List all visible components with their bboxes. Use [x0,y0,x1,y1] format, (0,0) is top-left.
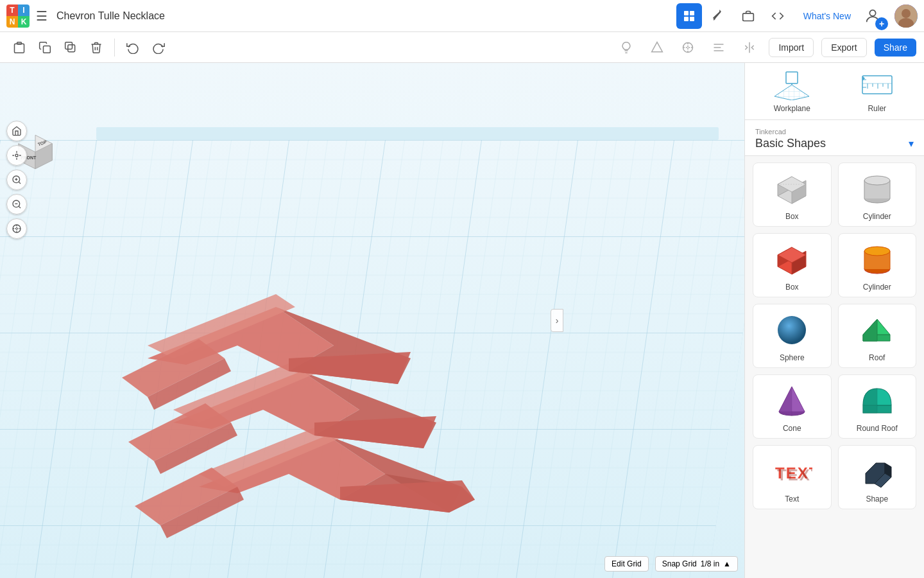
viewport[interactable]: TOP FRONT [0,63,744,578]
zoom-out-button[interactable] [6,194,27,215]
text-red-icon: TEXT TEXT [769,452,814,491]
duplicate-icon [64,41,77,54]
project-title[interactable]: Chevron Tulle Necklace [56,10,670,22]
align-btn[interactable] [707,36,730,59]
nav-right: What's New + [676,3,918,29]
app-logo[interactable]: T I N K [6,4,30,28]
snap-grid-control[interactable]: Snap Grid 1/8 in ▲ [655,556,738,572]
paste-button[interactable] [8,36,31,59]
box-red-label: Box [785,283,799,292]
menu-icon[interactable]: ☰ [36,8,47,24]
svg-marker-94 [863,319,877,341]
workplane-icon [773,69,811,101]
polygon-select-icon [651,41,663,54]
zoom-in-button[interactable] [6,170,27,190]
mirror-btn[interactable] [738,36,761,59]
workplane-tool[interactable]: Workplane [753,69,832,113]
align-icon [712,41,725,54]
viewport-grid [0,63,744,578]
user-avatar[interactable] [894,4,918,28]
copy-icon [38,41,51,54]
box-red-icon [769,240,814,279]
shape-item-box-red[interactable]: Box [753,233,832,297]
round-roof-teal-icon [855,381,900,420]
shape-item-cylinder-orange[interactable]: Cylinder [838,233,917,297]
svg-point-5 [869,10,875,15]
svg-rect-25 [96,127,719,140]
round-roof-teal-label: Round Roof [857,424,898,433]
user-area[interactable]: + [864,4,918,28]
copy-button[interactable] [33,36,56,59]
shape-dark-label: Shape [866,495,888,504]
shape-item-round-roof-teal[interactable]: Round Roof [838,374,917,439]
zoom-in-icon [12,175,22,185]
svg-rect-0 [684,11,689,15]
svg-rect-12 [68,44,75,51]
home-view-button[interactable] [6,121,27,141]
avatar-image [894,4,918,28]
shape-item-cylinder-gray[interactable]: Cylinder [838,162,917,227]
svg-rect-10 [15,44,24,53]
svg-line-52 [19,182,21,184]
cone-purple-icon [769,381,814,420]
view-controls [6,121,27,239]
shape-item-cone-purple[interactable]: Cone [753,374,832,439]
code-icon-btn[interactable] [765,3,791,29]
svg-rect-1 [690,11,694,15]
briefcase-icon-btn[interactable] [735,3,761,29]
shape-item-roof-green[interactable]: Roof [838,304,917,368]
workplane-label: Workplane [774,104,810,113]
panel-expand-button[interactable]: › [551,309,563,332]
lightbulb-icon-btn[interactable] [615,36,638,59]
svg-point-88 [864,247,890,256]
code-icon [771,10,784,22]
circle-select-icon [681,41,694,54]
shape-item-sphere-blue[interactable]: Sphere [753,304,832,368]
lightbulb-icon [620,41,633,54]
cylinder-gray-label: Cylinder [863,212,891,221]
svg-text:TEXT: TEXT [777,466,812,484]
fit-view-button[interactable] [6,145,27,166]
duplicate-button[interactable] [59,36,82,59]
toolbar-right: Import Export Share [615,36,916,59]
perspective-button[interactable] [6,218,27,239]
grid-view-icon-btn[interactable] [676,3,702,29]
svg-point-91 [778,316,806,344]
circle-select-btn[interactable] [676,36,699,59]
shapes-header: Tinkercad Basic Shapes ▾ [745,120,924,156]
export-button[interactable]: Export [821,38,866,57]
hammer-icon [712,10,725,22]
whats-new-button[interactable]: What's New [794,7,860,25]
ruler-tool[interactable]: Ruler [838,69,917,113]
svg-line-56 [19,206,21,208]
cylinder-orange-label: Cylinder [863,283,891,292]
edit-grid-button[interactable]: Edit Grid [604,556,649,572]
polygon-select-btn[interactable] [646,36,669,59]
undo-button[interactable] [121,36,144,59]
shape-item-text-red[interactable]: TEXT TEXT Text [753,445,832,509]
tools-row: Workplane [745,63,924,120]
category-dropdown-arrow[interactable]: ▾ [909,137,914,150]
workplane-svg [773,71,810,100]
shape-item-shape-dark[interactable]: Shape [838,445,917,509]
category-selector[interactable]: Basic Shapes ▾ [755,137,914,150]
shapes-grid: Box Cylinder [745,156,924,578]
ruler-svg [859,71,896,100]
shape-item-box-gray[interactable]: Box [753,162,832,227]
sphere-blue-label: Sphere [780,353,805,362]
redo-button[interactable] [147,36,170,59]
add-user-button[interactable]: + [875,17,888,30]
cylinder-orange-icon [855,240,900,279]
delete-button[interactable] [85,36,108,59]
import-button[interactable]: Import [769,38,814,57]
snap-grid-arrow[interactable]: ▲ [723,559,731,568]
snap-grid-value: 1/8 in [701,559,719,568]
logo-n: N [6,16,18,28]
share-button[interactable]: Share [875,39,916,57]
cylinder-gray-icon [855,170,900,208]
svg-marker-14 [652,42,663,51]
tools-icon-btn[interactable] [706,3,732,29]
svg-rect-2 [684,17,689,21]
svg-rect-60 [786,72,798,83]
box-gray-label: Box [785,212,799,221]
